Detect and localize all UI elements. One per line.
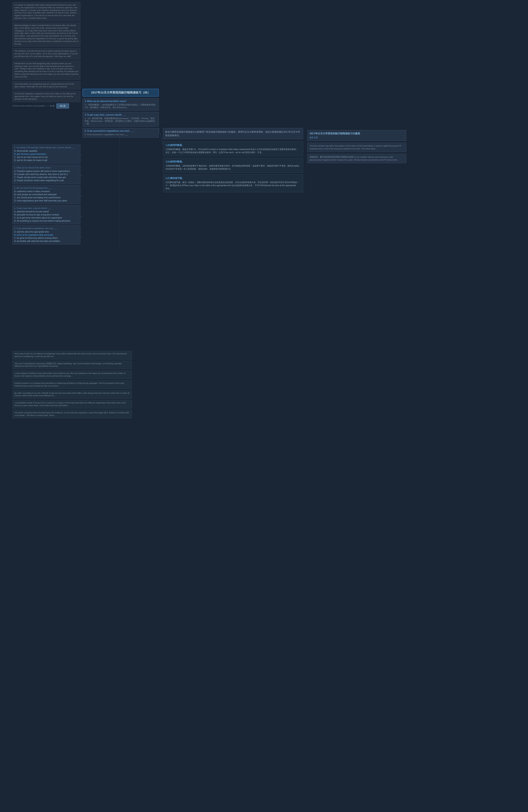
analysis-5-text: 5.[C]事实细节题。最后一段指出，需要在最5的时候出去把老老的信息加剧，并且合… xyxy=(166,181,300,190)
question-4: 4. To get a pay raise, a person should _… xyxy=(12,205,80,224)
question-5-options: A. wait this about the appropriate time … xyxy=(14,230,78,243)
q5-opt-b[interactable]: B. arrive at the negotiation table punct… xyxy=(14,233,78,236)
center-q4-label: 4. To get a pay raise, a person should _… xyxy=(85,114,157,116)
q4-opt-b[interactable]: B. persuade his boss to sign a long-term… xyxy=(14,213,78,216)
analysis-3-text: 3.[A]推理判断题。从Beth的故事中不难总结出：如果你要求加薪没有到，你可能… xyxy=(166,164,300,171)
right-analysis-panel: 新东方网英语四级仔细阅读为大家整理了英语四级仔细阅读练习30篇高，希望可以为大家… xyxy=(163,128,303,194)
bottom-passage-6: The Earth comprises three principal laye… xyxy=(12,410,132,419)
center-q5-text: 5. To be successful in negotiations, one… xyxy=(85,133,157,136)
center-q4: 4. To get a pay raise, a person should _… xyxy=(83,112,159,127)
q5-opt-c[interactable]: C. be good at influencing without scarin… xyxy=(14,236,78,240)
center-q2-label: 2. What can be inferred from Beth's stor… xyxy=(85,100,157,103)
instruction-text: Choose correct answers to the question —… xyxy=(12,105,55,107)
analysis-item-1: 1.[D]推理判断题。 1.[D]推理判断题。根据文章第1句，开头以说'It i… xyxy=(163,141,303,156)
scroll-section: It is easier to negotiate initial salary… xyxy=(12,2,80,110)
question-3-options: A. unfairness exists in salary increases… xyxy=(14,190,78,202)
analysis-1-text: 1.[D]推理判断题。根据文章第1句，开头以说'It is easier to … xyxy=(166,148,300,154)
q2-opt-d[interactable]: D. People should be careful when negotia… xyxy=(14,179,78,182)
passage-6: Go into the negotiation prepared to plac… xyxy=(12,91,80,102)
q2-opt-b[interactable]: B. If people want what they deserve, the… xyxy=(14,173,78,176)
bottom-passage-1: The top of multinational corporations (跨… xyxy=(12,361,132,369)
bottom-passage-5: A remarkable variety of insects live in … xyxy=(12,400,132,409)
q5-opt-a[interactable]: A. wait this about the appropriate time xyxy=(14,230,78,233)
question-4-label: 4. To get a pay raise, a person should _… xyxy=(14,207,78,209)
question-3-label: 3. We can learn from the passage that __… xyxy=(14,187,78,189)
qa-section: 1. According to the passage, before taki… xyxy=(12,144,80,246)
question-2-label: 2. What can be inferred from Beth's stor… xyxy=(14,166,78,169)
q1-opt-d[interactable]: D. ask for the salary he hopes to get xyxy=(14,159,78,162)
analysis-1-label: 1.[D]推理判断题。 xyxy=(166,144,300,147)
q1-opt-c[interactable]: C. ask for as much money as he can xyxy=(14,156,78,159)
q1-opt-b[interactable]: B. give his boss a good impression xyxy=(14,153,78,156)
passage-2: Blind knowledge to what is needed before… xyxy=(12,23,80,47)
far-right-item1: The New Gender Gap When the leaders of t… xyxy=(307,143,406,152)
bottom-passage-4: By 1993, according to our rich: Wild lif… xyxy=(12,390,132,399)
q3-opt-d[interactable]: D. most organizations give their staff a… xyxy=(14,199,78,202)
far-right-header-box: 2017年12月大学英语四级仔细阅读练习30篇高 相关文章 xyxy=(307,130,406,141)
q4-opt-c[interactable]: C. try to get some information about his… xyxy=(14,216,78,219)
reading-title-box: 2017年12月大学英语四级仔细阅读练习（30） xyxy=(83,89,159,97)
question-2: 2. What can be inferred from Beth's stor… xyxy=(12,165,80,184)
right-intro-text: 新东方网英语四级仔细阅读为大家整理了英语四级仔细阅读练习30篇高，希望可以为大家… xyxy=(163,128,303,139)
question-1: 1. According to the passage, before taki… xyxy=(12,144,80,164)
analysis-item-3: 3.[A]推理判断题。 3.[A]推理判断题。从Beth的故事中不难总结出：如果… xyxy=(163,158,303,173)
bottom-passage-0: How Long Could You Go Without Complainin… xyxy=(12,351,132,360)
q1-opt-a[interactable]: A. demonstrate capability xyxy=(14,149,78,153)
analysis-item-5: 5.[C]事实细节题。 5.[C]事实细节题。最后一段指出，需要在最5的时候出去… xyxy=(163,174,303,192)
center-q5-label: 5. To be successful in negotiations, one… xyxy=(85,130,157,132)
question-3: 3. We can learn from the passage that __… xyxy=(12,185,80,204)
q5-opt-d[interactable]: D. be familiar with what the boss likes … xyxy=(14,240,78,243)
bottom-passage-2: A new analysis of federal money that pub… xyxy=(12,371,132,379)
question-4-options: A. advertise himself for the job market … xyxy=(14,210,78,222)
bottom-passage-3: Federal Express is a company that specia… xyxy=(12,380,132,389)
center-q5: 5. To be successful in negotiations, one… xyxy=(83,128,159,137)
q4-opt-a[interactable]: A. advertise himself for the job market xyxy=(14,210,78,213)
reading-title-text: 2017年12月大学英语四级仔细阅读练习（30） xyxy=(85,91,156,95)
bottom-left-passages: How Long Could You Go Without Complainin… xyxy=(12,351,132,420)
far-right-label: 相关文章 xyxy=(310,136,404,139)
passage-4: Performance of your best bargaining chip… xyxy=(12,61,80,80)
question-1-label: 1. According to the passage, before taki… xyxy=(14,146,78,148)
far-right-header: 2017年12月大学英语四级仔细阅读练习30篇高 xyxy=(310,132,404,135)
q3-opt-c[interactable]: C. one should avoid overstating one's pe… xyxy=(14,196,78,199)
submit-button[interactable]: 每1题 xyxy=(56,103,69,108)
svg-line-5 xyxy=(159,128,163,144)
q2-opt-c[interactable]: C. People should not be content with wha… xyxy=(14,176,78,179)
passage-3: The old Bens, she will receive to do to … xyxy=(12,48,80,59)
center-q2: 2. What can be inferred from Beth's stor… xyxy=(83,98,159,111)
question-2-options: A. Prejudice against women still exists … xyxy=(14,170,78,182)
center-q4-text: 4.（D）事实细节题。根据前数第3段performance「工作表现」中timi… xyxy=(85,117,157,125)
passage-5: Use information as a bargaining chip so … xyxy=(12,81,80,90)
q3-opt-b[interactable]: B. most people are overworked and underp… xyxy=(14,193,78,196)
question-5-label: 5. To be successful in negotiations, one… xyxy=(14,227,78,230)
analysis-5-label: 5.[C]事实细节题。 xyxy=(166,177,300,180)
q3-opt-a[interactable]: A. unfairness exists in salary increases xyxy=(14,190,78,193)
passage-1: It is easier to negotiate initial salary… xyxy=(12,2,80,21)
analysis-3-label: 3.[A]推理判断题。 xyxy=(166,160,300,163)
question-5: 5. To be successful in negotiations, one… xyxy=(12,225,80,245)
center-q2-text: 2.（同理判断题）. Beth的故事是为了证明第1段提出的观点，主要收集第2段第… xyxy=(85,103,157,109)
center-title-section: 2017年12月大学英语四级仔细阅读练习（30） 2. What can be … xyxy=(83,89,159,139)
q2-opt-a[interactable]: A. Prejudice against women still exists … xyxy=(14,170,78,173)
question-1-options: A. demonstrate capability B. give his bo… xyxy=(14,149,78,162)
far-right-panel: 2017年12月大学英语四级仔细阅读练习30篇高 相关文章 The New Ge… xyxy=(307,130,406,165)
page-container: It is easier to negotiate initial salary… xyxy=(0,0,528,812)
q4-opt-d[interactable]: D. do something to impress his boss befo… xyxy=(14,219,78,222)
far-right-item2: 四级英语，重约5套原析英语四级仔细阅读全面析 to 2p consider Ob… xyxy=(307,154,406,163)
